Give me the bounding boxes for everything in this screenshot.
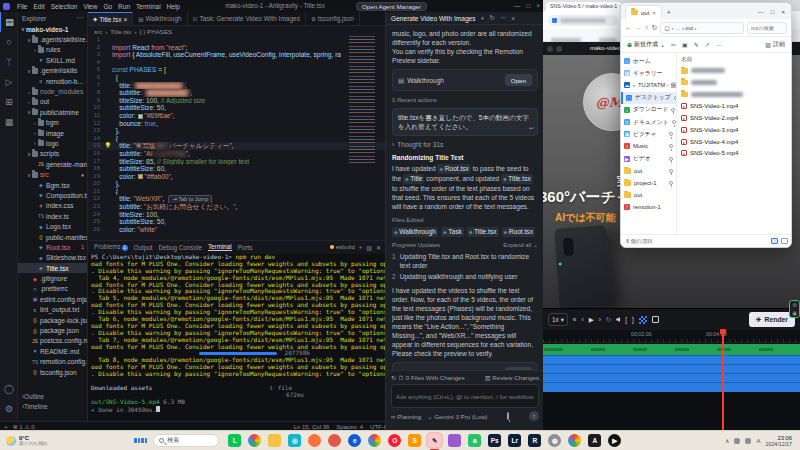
minimize-icon[interactable]: — (758, 9, 764, 15)
explorer-search-input[interactable] (747, 22, 787, 34)
menu-run[interactable]: Run (118, 3, 130, 10)
tree-item-logo-tsx[interactable]: ◈Logo.tsx (18, 221, 87, 231)
taskbar-app-14[interactable]: Lr (508, 434, 521, 447)
tree-item-rules[interactable]: ›rules (18, 45, 87, 55)
status-spaces-4[interactable]: Spaces: 4 (336, 424, 363, 430)
ports-icon[interactable]: ▦ (0, 112, 18, 132)
file-row-sns-video-4-mp4[interactable]: ▸SNS-Video-4.mp4 (681, 136, 789, 148)
taskbar-app-8[interactable]: O (388, 434, 401, 447)
chip-task[interactable]: Task (441, 227, 464, 237)
tree-item-index-ts[interactable]: TSindex.ts (18, 211, 87, 221)
explorer-tab[interactable]: out × (625, 5, 662, 19)
transparency-icon[interactable] (639, 316, 647, 324)
taskbar-app-1[interactable] (248, 434, 261, 447)
tree-item-title-tsx[interactable]: ◈Title.tsx (18, 263, 87, 273)
details-toggle[interactable]: ▥ 詳細 (765, 40, 785, 49)
account-icon[interactable]: ◯ (0, 379, 18, 399)
folder-row[interactable] (681, 65, 789, 77)
new-chat-icon[interactable]: + (481, 15, 485, 22)
cut-icon[interactable]: ✂ (671, 41, 676, 48)
tree-item-composition-tsx[interactable]: ◈Composition.tsx (18, 190, 87, 200)
minimap[interactable] (349, 36, 375, 166)
close-tab-icon[interactable]: × (652, 10, 656, 16)
model-select[interactable]: ⌄ Gemini 3 Pro (Low) (427, 413, 487, 420)
network-icon[interactable] (734, 438, 740, 444)
mode-select[interactable]: ∞ Planning (391, 413, 421, 420)
playback-speed-select[interactable]: 1x ▾ (548, 313, 568, 326)
window-control[interactable]: × (536, 0, 540, 12)
tree-item--agents-skills-re-[interactable]: ∨.agents\skills\re... (18, 34, 87, 44)
nav--[interactable]: ▣ピクチャ (621, 128, 676, 140)
tree-item--gemini-skills[interactable]: ∨.gemini\skills (18, 66, 87, 76)
expand-all-button[interactable]: Expand all ⌄ (503, 241, 538, 250)
address-bar[interactable] (548, 15, 618, 26)
next-frame-icon[interactable]: › (599, 316, 601, 323)
copy-icon[interactable]: ▣ (682, 41, 688, 48)
timeline-track-audio[interactable] (543, 344, 800, 355)
taskbar-app-19[interactable]: ▶ (608, 434, 621, 447)
maximize-icon[interactable]: □ (771, 9, 775, 15)
up-icon[interactable]: ↑ (645, 24, 649, 31)
remote-icon[interactable]: ⌁ (4, 423, 8, 430)
tree-item-remotion-config-ts[interactable]: TSremotion.config.ts (18, 357, 87, 367)
menu-selection[interactable]: Selection (51, 3, 78, 10)
tree-item-generate-manife-[interactable]: JSgenerate-manife... (18, 159, 87, 169)
play-icon[interactable]: ▶ (589, 316, 594, 324)
back-icon[interactable]: ← (625, 24, 632, 31)
menu-go[interactable]: Go (103, 3, 112, 10)
tree-item-readme-md[interactable]: ▼README.md (18, 346, 87, 356)
taskbar-app-12[interactable]: a (468, 434, 481, 447)
file-row-sns-video-5-mp4[interactable]: ▸SNS-Video-5.mp4 (681, 148, 789, 160)
nav--[interactable]: ▶ビデオ (621, 153, 676, 165)
window-control[interactable]: — (514, 0, 521, 12)
tree-item--gitignore[interactable]: ◆.gitignore (18, 273, 87, 283)
tree-item-node-modules[interactable]: ›node_modules (18, 86, 87, 96)
taskbar-app-7[interactable] (368, 434, 381, 447)
timeline-track[interactable] (543, 355, 800, 364)
share-icon[interactable]: ↗ (705, 41, 710, 48)
mic-icon[interactable] (507, 412, 509, 420)
crumb-0[interactable]: src (94, 28, 102, 35)
weather-widget[interactable]: 0°C曇りのち晴れ (0, 435, 54, 447)
tree-item-bgm-tsx[interactable]: ◈Bgm.tsx (18, 180, 87, 190)
menu-edit[interactable]: Edit (33, 3, 44, 10)
walkthrough-card[interactable]: ▤ Walkthrough Open (392, 69, 538, 91)
forward-icon[interactable]: → (635, 24, 642, 31)
taskbar-app-17[interactable] (568, 434, 581, 447)
tree-item-eslint-config-mjs[interactable]: ▣eslint.config.mjs (18, 294, 87, 304)
name-column-header[interactable]: 名前 (681, 55, 789, 65)
in-point-icon[interactable]: [ (625, 316, 627, 323)
nav-remotion-1[interactable]: !remotion-1 (621, 201, 676, 213)
tree-item-public-manifest-j-[interactable]: {}public-manifest.j... (18, 232, 87, 242)
playhead[interactable] (722, 330, 724, 430)
code-editor[interactable]: 12import React from "react";3import { Ab… (88, 36, 385, 240)
rename-icon[interactable]: ✎ (694, 41, 699, 48)
taskbar-app-6[interactable]: e (348, 434, 361, 447)
fullscreen-icon[interactable] (652, 316, 659, 323)
files-with-changes[interactable]: ↻ 🗋 0 Files With Changes (391, 374, 465, 381)
tree-item-out[interactable]: ›out (18, 97, 87, 107)
tree-item-root-tsx[interactable]: ◈Root.tsx1 (18, 242, 87, 252)
more-icon[interactable]: ⋯ (716, 41, 722, 48)
file-row-sns-video-2-mp4[interactable]: ▸SNS-Video-2.mp4 (681, 112, 789, 124)
clock[interactable]: 23:062024/12/17 (765, 435, 792, 447)
crumb-1[interactable]: Title.tsx (110, 28, 131, 35)
view-list-icon[interactable] (771, 238, 778, 244)
reply-icon[interactable]: ↩ (529, 124, 534, 133)
skip-start-icon[interactable]: « (573, 316, 577, 323)
volume-icon[interactable] (616, 317, 620, 322)
taskbar-app-15[interactable]: R (528, 434, 541, 447)
window-control[interactable]: □ (526, 0, 530, 12)
tree-item-src[interactable]: ∨src● (18, 169, 87, 179)
explorer-more-icon[interactable]: ⋯ (77, 14, 84, 22)
taskbar-app-4[interactable] (308, 434, 321, 447)
open-walkthrough-button[interactable]: Open (505, 74, 532, 86)
settings-gear-icon[interactable]: ⚙ (0, 399, 18, 419)
ime-indicator[interactable]: A (756, 438, 760, 444)
loop-icon[interactable]: ↻ (606, 316, 611, 324)
tab-problems[interactable]: Problems1 (94, 243, 128, 251)
send-button[interactable]: ↑ (529, 411, 539, 421)
nav--[interactable]: ≡ドキュメント (621, 116, 676, 128)
nav--[interactable]: ⌂ホーム (621, 55, 676, 67)
tree-item-package-json[interactable]: {}package.json (18, 325, 87, 335)
